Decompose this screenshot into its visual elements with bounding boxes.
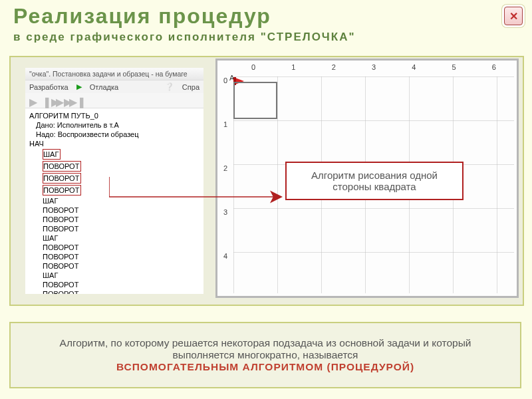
page-subtitle: в среде графического исполнителя "СТРЕЛО… (13, 31, 356, 44)
code-line-highlight: ПОВОРОТ (43, 185, 81, 196)
ruler-tick: 2 (314, 61, 354, 76)
callout-box: Алгоритм рисования одной стороны квадрат… (285, 162, 464, 200)
code-body: АЛГОРИТМ ПУТЬ_0 Дано: Исполнитель в т.А … (25, 108, 203, 294)
ruler-tick: 2 (217, 164, 233, 172)
toolbar-icons: ▶ ❚▶ ▶▶ ▶❚ (25, 93, 203, 108)
code-line: ШАГ (29, 196, 200, 205)
ruler-left: 0 1 2 3 4 (217, 76, 233, 293)
code-line: Надо: Воспроизвести образец (29, 130, 200, 139)
tab-help[interactable]: Спра (182, 83, 200, 91)
skip-icon[interactable]: ▶❚ (69, 96, 78, 105)
code-line: ПОВОРОТ (29, 243, 200, 252)
code-line: ШАГ (29, 271, 200, 280)
ruler-tick: 4 (217, 252, 233, 260)
code-line: ПОВОРОТ (29, 280, 200, 289)
close-button[interactable]: ✕ (504, 7, 523, 25)
ruler-tick: 5 (434, 61, 473, 76)
code-editor: "очка". Постановка задачи и образец - на… (25, 68, 203, 294)
ruler-tick: 1 (217, 120, 233, 128)
play-solid-icon[interactable]: ▶ (29, 96, 39, 105)
code-line: ПОВОРОТ (29, 289, 200, 294)
slide: ✕ Реализация процедур в среде графическо… (0, 0, 532, 399)
editor-window-title: "очка". Постановка задачи и образец - на… (25, 68, 203, 80)
code-line: Дано: Исполнитель в т.А (29, 120, 200, 130)
page-title: Реализация процедур (13, 4, 271, 29)
play-icon[interactable]: ▶ (76, 82, 82, 91)
main-panel: "очка". Постановка задачи и образец - на… (9, 56, 524, 306)
drawing-canvas: 0 1 2 3 4 5 6 0 1 2 3 4 (215, 59, 519, 298)
ruler-tick: 3 (354, 61, 394, 76)
definition-term: ВСПОМОГАТЕЛЬНЫМ АЛГОРИТМОМ (ПРОЦЕДУРОЙ) (116, 361, 414, 372)
definition-panel: Алгоритм, по которому решается некоторая… (9, 322, 521, 388)
code-line: АЛГОРИТМ ПУТЬ_0 (29, 111, 200, 120)
help-icon[interactable]: ❔ (165, 82, 174, 91)
ruler-tick: 4 (394, 61, 434, 76)
editor-tabs: Разработка ▶ Отладка ❔ Спра (25, 80, 203, 93)
code-line-highlight: ШАГ (43, 149, 61, 160)
ruler-top: 0 1 2 3 4 5 6 (233, 61, 514, 76)
ruler-tick: 0 (233, 61, 273, 76)
code-line: ПОВОРОТ (29, 224, 200, 233)
code-line: ПОВОРОТ (29, 252, 200, 261)
code-line: ПОВОРОТ (29, 215, 200, 224)
ruler-tick: 1 (273, 61, 313, 76)
code-line: ПОВОРОТ (29, 205, 200, 215)
close-icon: ✕ (509, 10, 518, 23)
code-line: НАЧ (29, 139, 200, 148)
step-icon[interactable]: ❚▶ (43, 96, 52, 105)
definition-text: Алгоритм, по которому решается некоторая… (60, 337, 471, 360)
drawn-square (233, 82, 277, 119)
code-line-highlight: ПОВОРОТ (43, 173, 81, 184)
ruler-tick: 3 (217, 208, 233, 216)
tab-debug[interactable]: Отладка (90, 83, 118, 91)
code-line: ШАГ (29, 233, 200, 243)
code-line: ПОВОРОТ (29, 261, 200, 271)
ruler-tick: 6 (474, 61, 514, 76)
fast-icon[interactable]: ▶▶ (56, 96, 65, 105)
tab-dev[interactable]: Разработка (29, 83, 68, 91)
code-line-highlight: ПОВОРОТ (43, 161, 81, 172)
